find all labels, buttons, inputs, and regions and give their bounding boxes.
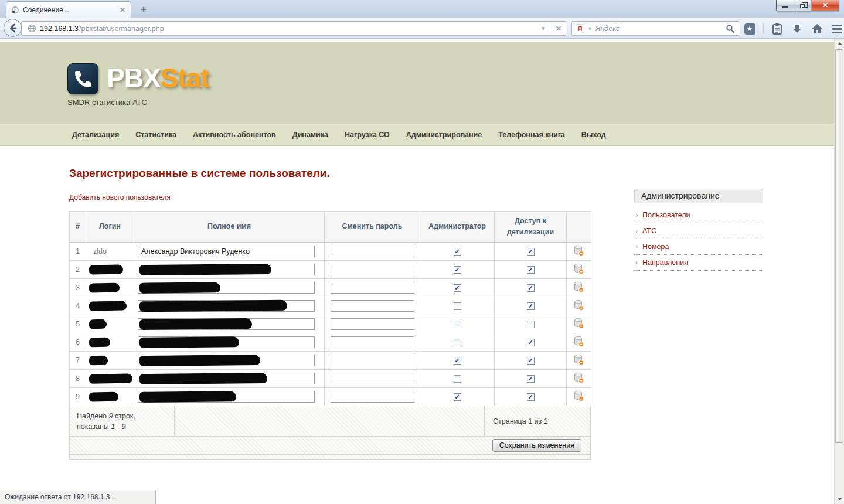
nav-item[interactable]: Нагрузка СО [345, 131, 390, 139]
admin-checkbox[interactable]: ✓ [454, 393, 461, 401]
table-row: 4 ✓ [70, 297, 591, 315]
detail-cell: ✓ [495, 333, 567, 352]
delete-user-icon[interactable] [574, 263, 584, 274]
home-button[interactable] [811, 22, 823, 35]
search-bar[interactable]: Я ▼ Яндекс [571, 21, 740, 36]
delete-user-icon[interactable] [574, 281, 584, 292]
scrollbar-thumb[interactable] [835, 49, 843, 443]
admin-checkbox[interactable]: ✓ [454, 284, 461, 292]
nav-item[interactable]: Детализация [72, 131, 119, 139]
url-dropdown-icon[interactable]: ▼ [540, 25, 546, 32]
nav-item[interactable]: Статистика [135, 131, 176, 139]
back-button[interactable] [4, 19, 22, 37]
scroll-down-icon[interactable] [835, 494, 844, 504]
scroll-up-icon[interactable] [835, 39, 844, 49]
url-path: /pbxstat/usermanager.php [79, 25, 164, 33]
search-engine-dropdown-icon[interactable]: ▼ [587, 26, 593, 32]
detail-access-checkbox[interactable]: ✓ [527, 339, 535, 346]
nav-item[interactable]: Телефонная книга [498, 131, 565, 139]
detail-cell: ✓ [495, 279, 567, 297]
detail-access-checkbox[interactable]: ✓ [527, 302, 535, 310]
password-input[interactable] [331, 336, 414, 348]
delete-user-icon[interactable] [574, 372, 584, 383]
delete-user-icon[interactable] [574, 336, 584, 347]
detail-access-checkbox[interactable]: ✓ [527, 266, 535, 274]
browser-tab[interactable]: Соединение... ✕ [6, 1, 131, 18]
password-input[interactable] [331, 355, 414, 366]
detail-access-checkbox[interactable]: ✓ [527, 357, 535, 365]
login-text: zldo [93, 247, 107, 256]
delete-user-icon[interactable] [574, 245, 584, 256]
login-cell [86, 333, 134, 352]
delete-user-icon[interactable] [574, 299, 584, 311]
admin-checkbox[interactable]: ✓ [454, 357, 461, 365]
delete-user-icon[interactable] [574, 354, 584, 365]
new-tab-button[interactable]: + [136, 4, 151, 16]
url-bar[interactable]: 192.168.1.3 /pbxstat/usermanager.php ▼ ✕ [21, 21, 567, 36]
admin-checkbox[interactable] [454, 339, 461, 346]
detail-access-checkbox[interactable]: ✓ [527, 248, 535, 256]
search-icon[interactable] [726, 24, 735, 33]
sidebar-item[interactable]: Номера [634, 239, 763, 255]
bookmark-star-button[interactable]: ★ [743, 22, 756, 35]
password-cell [325, 370, 420, 388]
name-cell [134, 388, 325, 406]
restore-button[interactable] [794, 0, 812, 11]
password-input[interactable] [331, 264, 414, 275]
vertical-scrollbar[interactable] [834, 39, 844, 504]
save-changes-button[interactable]: Сохранить изменения [492, 439, 581, 452]
password-input[interactable] [331, 318, 414, 330]
row-number: 3 [70, 279, 86, 297]
login-cell [86, 261, 134, 279]
delete-cell [567, 370, 591, 388]
admin-checkbox[interactable] [454, 321, 461, 328]
browser-titlebar: Соединение... ✕ + ✕ [0, 0, 844, 18]
nav-item[interactable]: Динамика [292, 131, 328, 139]
delete-user-icon[interactable] [574, 318, 584, 329]
password-input[interactable] [331, 246, 414, 257]
admin-checkbox[interactable] [454, 302, 461, 310]
password-input[interactable] [331, 373, 414, 384]
main-nav: ДетализацияСтатистикаАктивность абоненто… [0, 124, 834, 146]
table-row: 8 ✓ [70, 370, 591, 388]
delete-cell [567, 315, 591, 333]
close-button[interactable]: ✕ [812, 0, 839, 11]
detail-access-checkbox[interactable] [527, 321, 535, 328]
redaction-mark [89, 338, 110, 348]
nav-item[interactable]: Администрирование [406, 131, 482, 139]
nav-item[interactable]: Выход [581, 131, 606, 139]
name-cell [134, 279, 325, 297]
delete-cell [567, 261, 591, 279]
detail-access-checkbox[interactable]: ✓ [527, 284, 535, 292]
downloads-button[interactable] [791, 22, 804, 35]
password-cell [325, 388, 420, 406]
admin-cell [420, 333, 495, 352]
password-input[interactable] [331, 300, 414, 312]
tab-close-icon[interactable]: ✕ [120, 6, 125, 14]
stop-loading-icon[interactable]: ✕ [554, 25, 563, 33]
bookmarks-menu-button[interactable] [771, 22, 784, 35]
password-input[interactable] [331, 282, 414, 294]
row-number: 4 [70, 297, 86, 315]
fullname-input[interactable] [138, 246, 315, 257]
detail-access-checkbox[interactable]: ✓ [527, 375, 535, 383]
password-input[interactable] [331, 391, 414, 403]
sidebar-item[interactable]: Пользователи [634, 207, 763, 223]
nav-item[interactable]: Активность абонентов [193, 131, 276, 139]
admin-checkbox[interactable]: ✓ [454, 266, 461, 274]
admin-cell [420, 370, 495, 388]
sidebar-item[interactable]: Направления [634, 255, 763, 271]
add-user-link[interactable]: Добавить нового пользователя [69, 193, 171, 202]
col-header-fullname: Полное имя [134, 212, 325, 243]
detail-cell: ✓ [495, 261, 567, 279]
admin-checkbox[interactable] [454, 375, 461, 383]
menu-button[interactable] [831, 22, 843, 35]
admin-cell: ✓ [420, 388, 495, 406]
row-number: 5 [70, 315, 86, 333]
minimize-button[interactable] [777, 0, 794, 11]
search-engine-icon[interactable]: Я [576, 24, 584, 33]
admin-checkbox[interactable]: ✓ [454, 248, 461, 256]
delete-user-icon[interactable] [574, 390, 584, 401]
sidebar-item[interactable]: АТС [634, 223, 763, 239]
detail-access-checkbox[interactable]: ✓ [527, 393, 535, 401]
